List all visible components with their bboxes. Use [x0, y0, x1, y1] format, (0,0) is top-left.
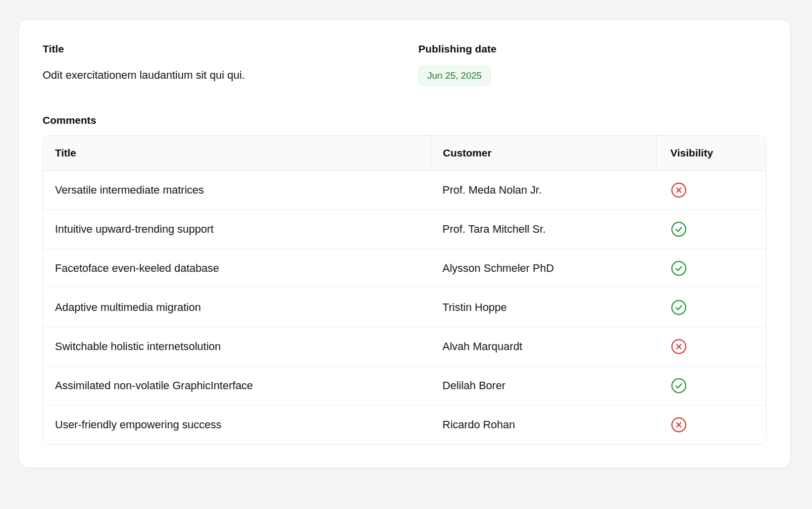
publishing-date-badge: Jun 25, 2025: [418, 66, 491, 86]
comment-title-cell: User-friendly empowering success: [43, 405, 431, 444]
comment-customer-cell: Prof. Meda Nolan Jr.: [431, 171, 657, 209]
comment-visibility-cell: [656, 288, 766, 327]
x-circle-icon: [670, 416, 688, 434]
comment-customer-cell: Alvah Marquardt: [431, 327, 657, 366]
comments-table: Title Customer Visibility Versatile inte…: [43, 135, 766, 445]
comment-title-cell: Facetoface even-keeled database: [43, 249, 431, 288]
comment-title-cell: Versatile intermediate matrices: [43, 171, 431, 209]
publishing-date-field: Publishing date Jun 25, 2025: [418, 43, 766, 86]
comment-customer-cell: Delilah Borer: [431, 366, 657, 405]
comment-title-cell: Assimilated non-volatile GraphicInterfac…: [43, 366, 431, 405]
table-row: Switchable holistic internetsolution Alv…: [43, 327, 766, 366]
column-header-title: Title: [43, 136, 431, 171]
table-row: Assimilated non-volatile GraphicInterfac…: [43, 366, 766, 405]
column-header-customer: Customer: [431, 136, 657, 171]
table-row: Versatile intermediate matrices Prof. Me…: [43, 171, 766, 209]
x-circle-icon: [670, 338, 688, 356]
comment-visibility-cell: [656, 366, 766, 405]
comment-customer-cell: Prof. Tara Mitchell Sr.: [431, 209, 657, 249]
comment-customer-cell: Alysson Schmeler PhD: [431, 249, 657, 288]
table-row: Intuitive upward-trending support Prof. …: [43, 209, 766, 249]
comment-title-cell: Switchable holistic internetsolution: [43, 327, 431, 366]
detail-card: Title Odit exercitationem laudantium sit…: [18, 20, 791, 468]
comment-visibility-cell: [656, 249, 766, 288]
title-field: Title Odit exercitationem laudantium sit…: [43, 43, 418, 82]
check-circle-icon: [670, 220, 688, 238]
comment-visibility-cell: [656, 405, 766, 444]
comment-title-cell: Intuitive upward-trending support: [43, 209, 431, 249]
comment-title-cell: Adaptive multimedia migration: [43, 288, 431, 327]
table-row: Adaptive multimedia migration Tristin Ho…: [43, 288, 766, 327]
comments-heading: Comments: [43, 114, 766, 126]
comment-customer-cell: Tristin Hoppe: [431, 288, 657, 327]
comment-customer-cell: Ricardo Rohan: [431, 405, 657, 444]
title-field-value: Odit exercitationem laudantium sit qui q…: [43, 69, 418, 82]
table-header-row: Title Customer Visibility: [43, 136, 766, 171]
x-circle-icon: [670, 181, 688, 199]
table-row: Facetoface even-keeled database Alysson …: [43, 249, 766, 288]
publishing-date-label: Publishing date: [418, 43, 766, 55]
comment-visibility-cell: [656, 171, 766, 209]
summary-fields: Title Odit exercitationem laudantium sit…: [43, 43, 766, 86]
table-row: User-friendly empowering success Ricardo…: [43, 405, 766, 444]
check-circle-icon: [670, 377, 688, 395]
column-header-visibility: Visibility: [656, 136, 766, 171]
title-field-label: Title: [43, 43, 418, 55]
comment-visibility-cell: [656, 327, 766, 366]
comment-visibility-cell: [656, 209, 766, 249]
check-circle-icon: [670, 299, 688, 316]
check-circle-icon: [670, 259, 688, 277]
